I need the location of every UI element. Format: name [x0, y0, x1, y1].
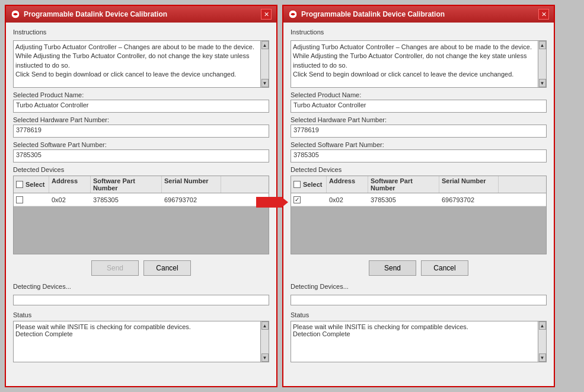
left-software-part-label: Selected Software Part Number:	[13, 141, 269, 148]
right-col-address-header: Address	[327, 176, 368, 193]
left-col-address-header: Address	[49, 176, 91, 193]
right-row-select-cell	[291, 195, 327, 205]
left-hardware-part-group: Selected Hardware Part Number: 3778619	[13, 116, 269, 138]
right-table-header: Select Address Software Part Number Seri…	[291, 176, 546, 193]
left-product-name-value: Turbo Actuator Controller	[13, 100, 269, 113]
left-detecting-label: Detecting Devices...	[13, 283, 269, 290]
left-row-address: 0x02	[49, 195, 91, 205]
right-buttons-row: Send Cancel	[291, 260, 547, 276]
right-hardware-part-value: 3778619	[291, 125, 547, 138]
right-col-select-header: Select	[291, 176, 327, 193]
right-product-name-value: Turbo Actuator Controller	[291, 100, 547, 113]
left-status-label: Status	[13, 311, 269, 318]
left-progress-bar	[13, 295, 269, 305]
right-status-label: Status	[291, 311, 547, 318]
left-dialog: Programmable Datalink Device Calibration…	[5, 5, 277, 387]
right-detected-devices-label: Detected Devices	[291, 166, 547, 173]
right-cummins-icon	[288, 9, 298, 19]
right-software-part-label: Selected Software Part Number:	[291, 141, 547, 148]
right-instructions-label: Instructions	[291, 28, 547, 36]
left-row-select-cell	[14, 195, 49, 205]
right-software-part-group: Selected Software Part Number: 3785305	[291, 141, 547, 162]
left-instructions-text: Adjusting Turbo Actuator Controller – Ch…	[15, 43, 257, 79]
left-row-checkbox[interactable]	[16, 196, 23, 203]
right-status-text: Please wait while INSITE is checking for…	[293, 323, 535, 337]
right-col-serial-header: Serial Number	[439, 176, 499, 193]
table-row: 0x02 3785305 696793702	[291, 193, 546, 206]
right-hardware-part-label: Selected Hardware Part Number:	[291, 116, 547, 123]
right-row-address: 0x02	[327, 195, 368, 205]
right-product-name-label: Selected Product Name:	[291, 91, 547, 98]
left-product-name-label: Selected Product Name:	[13, 91, 269, 98]
right-row-software: 3785305	[368, 195, 439, 205]
table-row: 0x02 3785305 696793702	[14, 193, 269, 206]
left-col-select-header: Select	[14, 176, 49, 193]
right-dialog: Programmable Datalink Device Calibration…	[282, 5, 555, 387]
left-status-scroll-down[interactable]: ▼	[261, 353, 269, 362]
left-row-software: 3785305	[91, 195, 162, 205]
left-col-software-header: Software Part Number	[91, 176, 162, 193]
left-instructions-label: Instructions	[13, 28, 269, 36]
left-detected-devices-section: Detected Devices Select Address Software…	[13, 166, 269, 254]
left-status-text: Please wait while INSITE is checking for…	[15, 323, 257, 337]
scroll-up-icon[interactable]: ▲	[261, 41, 269, 49]
left-row-serial: 696793702	[162, 195, 221, 205]
right-instructions-text: Adjusting Turbo Actuator Controller – Ch…	[293, 43, 535, 79]
right-row-checkbox[interactable]	[293, 196, 301, 203]
left-title-bar: Programmable Datalink Device Calibration…	[6, 6, 276, 23]
right-progress-bar	[291, 295, 547, 305]
right-scroll-down-icon[interactable]: ▼	[539, 79, 546, 87]
left-status-scroll-up[interactable]: ▲	[261, 321, 269, 330]
scroll-down-icon[interactable]: ▼	[261, 79, 269, 87]
right-product-name-group: Selected Product Name: Turbo Actuator Co…	[291, 91, 547, 113]
right-close-button[interactable]: ✕	[538, 9, 549, 20]
right-table-empty-area	[291, 206, 546, 254]
left-select-all-checkbox[interactable]	[16, 181, 23, 188]
right-status-scroll-up[interactable]: ▲	[539, 321, 546, 330]
cummins-icon	[11, 9, 20, 19]
right-title-bar: Programmable Datalink Device Calibration…	[283, 6, 554, 23]
left-col-serial-header: Serial Number	[162, 176, 221, 193]
left-hardware-part-label: Selected Hardware Part Number:	[13, 116, 269, 123]
left-detected-devices-label: Detected Devices	[13, 166, 269, 173]
left-software-part-value: 3785305	[13, 149, 269, 162]
right-hardware-part-group: Selected Hardware Part Number: 3778619	[291, 116, 547, 138]
left-table-empty-area	[14, 206, 269, 254]
right-instructions-box: Adjusting Turbo Actuator Controller – Ch…	[291, 40, 547, 88]
left-close-button[interactable]: ✕	[261, 9, 272, 20]
right-col-software-header: Software Part Number	[368, 176, 439, 193]
left-status-box: Please wait while INSITE is checking for…	[13, 321, 269, 362]
left-devices-table: Select Address Software Part Number Seri…	[13, 176, 269, 254]
left-cancel-button[interactable]: Cancel	[143, 260, 191, 276]
right-cancel-button[interactable]: Cancel	[421, 260, 468, 276]
left-software-part-group: Selected Software Part Number: 3785305	[13, 141, 269, 162]
left-send-button[interactable]: Send	[91, 260, 139, 276]
left-product-name-group: Selected Product Name: Turbo Actuator Co…	[13, 91, 269, 113]
right-status-box: Please wait while INSITE is checking for…	[291, 321, 547, 362]
right-detecting-label: Detecting Devices...	[291, 283, 547, 290]
left-buttons-row: Send Cancel	[13, 260, 269, 276]
right-status-scroll-down[interactable]: ▼	[539, 353, 546, 362]
right-devices-table: Select Address Software Part Number Seri…	[291, 176, 547, 254]
left-status-section: Status Please wait while INSITE is check…	[13, 311, 269, 362]
right-select-all-checkbox[interactable]	[293, 181, 301, 188]
left-dialog-title: Programmable Datalink Device Calibration	[24, 10, 167, 18]
right-status-section: Status Please wait while INSITE is check…	[291, 311, 547, 362]
right-software-part-value: 3785305	[291, 149, 547, 162]
left-hardware-part-value: 3778619	[13, 125, 269, 138]
right-send-button[interactable]: Send	[369, 260, 416, 276]
left-instructions-box: Adjusting Turbo Actuator Controller – Ch…	[13, 40, 269, 88]
right-detected-devices-section: Detected Devices Select	[291, 166, 547, 254]
right-scroll-up-icon[interactable]: ▲	[539, 41, 546, 49]
right-row-serial: 696793702	[439, 195, 499, 205]
red-arrow-indicator	[256, 197, 282, 208]
left-table-header: Select Address Software Part Number Seri…	[14, 176, 269, 193]
right-dialog-title: Programmable Datalink Device Calibration	[301, 10, 445, 18]
